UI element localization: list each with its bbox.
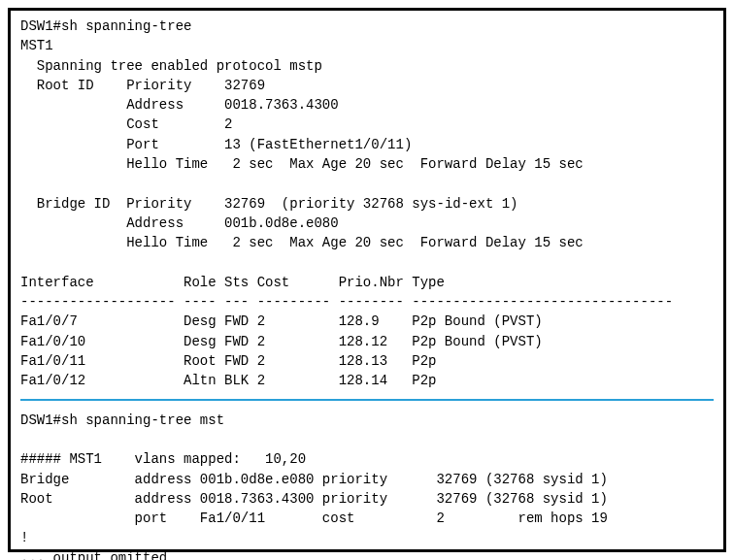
bang-line: ! <box>20 528 714 547</box>
mst-instance: MST1 <box>20 36 714 55</box>
bridge-address-line: Address 001b.0d8e.e080 <box>20 214 714 233</box>
iface-row: Fa1/0/7 Desg FWD 2 128.9 P2p Bound (PVST… <box>20 312 714 331</box>
root-cost-line: Cost 2 <box>20 115 714 134</box>
root-address-line: Address 0018.7363.4300 <box>20 95 714 115</box>
mst-port-line: port Fa1/0/11 cost 2 rem hops 19 <box>20 509 714 528</box>
iface-row: Fa1/0/10 Desg FWD 2 128.12 P2p Bound (PV… <box>20 332 714 351</box>
bridge-priority-line: Bridge ID Priority 32769 (priority 32768… <box>20 194 714 214</box>
bridge-hello-line: Hello Time 2 sec Max Age 20 sec Forward … <box>20 233 714 252</box>
blank-line <box>20 253 714 273</box>
mst-bridge-line: Bridge address 001b.0d8e.e080 priority 3… <box>20 470 714 489</box>
divider <box>20 399 714 401</box>
root-port-line: Port 13 (FastEthernet1/0/11) <box>20 135 714 154</box>
mst-header-line: ##### MST1 vlans mapped: 10,20 <box>20 449 714 469</box>
iface-dashes: ------------------- ---- --- --------- -… <box>20 292 714 312</box>
iface-row: Fa1/0/12 Altn BLK 2 128.14 P2p <box>20 371 714 390</box>
root-priority-line: Root ID Priority 32769 <box>20 76 714 95</box>
terminal-window: DSW1#sh spanning-tree MST1 Spanning tree… <box>8 8 726 552</box>
root-hello-line: Hello Time 2 sec Max Age 20 sec Forward … <box>20 154 714 174</box>
blank-line <box>20 430 714 449</box>
iface-row: Fa1/0/11 Root FWD 2 128.13 P2p <box>20 351 714 371</box>
iface-header: Interface Role Sts Cost Prio.Nbr Type <box>20 273 714 292</box>
mst-root-line: Root address 0018.7363.4300 priority 327… <box>20 489 714 509</box>
command-line: DSW1#sh spanning-tree mst <box>20 411 714 430</box>
stp-enabled-line: Spanning tree enabled protocol mstp <box>20 56 714 76</box>
output-omitted-line: ... output omitted <box>20 548 714 560</box>
command-line: DSW1#sh spanning-tree <box>20 16 714 36</box>
blank-line <box>20 174 714 193</box>
